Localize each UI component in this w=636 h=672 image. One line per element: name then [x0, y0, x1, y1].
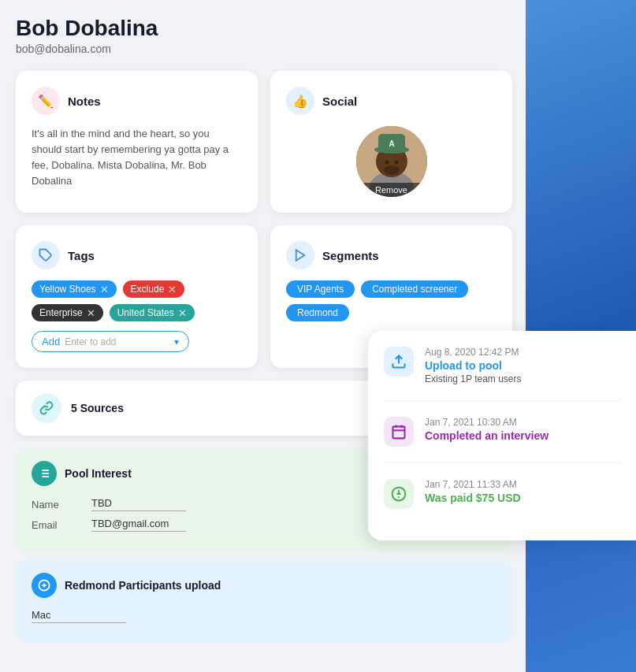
redmond-field: Mac — [32, 609, 497, 623]
sources-icon — [32, 393, 61, 423]
interview-icon — [384, 417, 414, 447]
svg-text:A: A — [389, 139, 394, 148]
activity-item-upload: Aug 8, 2020 12:42 PM Upload to pool Exis… — [384, 347, 620, 384]
sources-count: 5 Sources — [71, 402, 124, 414]
tag-united-states: United States ✕ — [110, 304, 195, 321]
redmond-icon — [32, 573, 57, 598]
svg-point-6 — [385, 161, 389, 165]
redmond-header: Redmond Participants upload — [32, 573, 497, 598]
redmond-section: Redmond Participants upload Mac — [16, 560, 512, 642]
activity-action-upload: Upload to pool — [425, 359, 522, 372]
svg-rect-21 — [393, 426, 405, 438]
redmond-title: Redmond Participants upload — [65, 579, 221, 592]
add-tag-label: Add — [42, 336, 60, 347]
profile-header: Bob Dobalina bob@dobalina.com — [16, 16, 512, 55]
segments-title: Segments — [322, 249, 379, 262]
social-title: Social — [322, 95, 357, 108]
activity-action-interview: Completed an interview — [425, 429, 549, 442]
social-card-header: 👍 Social — [286, 87, 497, 115]
tag-label: United States — [117, 307, 174, 318]
tags-title: Tags — [68, 249, 95, 262]
add-tag-placeholder: Enter to add — [65, 336, 169, 347]
avatar: A Remove — [356, 126, 427, 197]
add-tag-input[interactable]: Add Enter to add ▾ — [32, 331, 189, 352]
svg-point-7 — [394, 161, 398, 165]
social-icon: 👍 — [286, 87, 314, 115]
segments-icon — [286, 241, 314, 269]
activity-content-interview: Jan 7, 2021 10:30 AM Completed an interv… — [425, 417, 549, 444]
pool-title: Pool Interest — [65, 467, 132, 480]
activity-item-interview: Jan 7, 2021 10:30 AM Completed an interv… — [384, 417, 620, 447]
svg-point-8 — [384, 165, 400, 175]
interview-svg-icon — [391, 424, 407, 440]
redmond-field-value: Mac — [32, 609, 126, 623]
segment-vip-agents: VIP Agents — [286, 280, 355, 298]
tag-yellow-shoes: Yellow Shoes ✕ — [32, 280, 117, 298]
segment-redmond: Redmond — [286, 304, 349, 321]
activity-date-paid: Jan 7, 2021 11:33 AM — [425, 479, 521, 490]
upload-icon — [384, 347, 414, 377]
tag-remove-yellow-shoes[interactable]: ✕ — [100, 284, 109, 295]
redmond-svg-icon — [38, 579, 50, 592]
pool-email-value: TBD@gmail.com — [91, 518, 186, 532]
pool-svg-icon — [38, 467, 50, 480]
tag-remove-united-states[interactable]: ✕ — [178, 308, 187, 318]
activity-sub-upload: Existing 1P team users — [425, 373, 522, 384]
paid-svg-icon — [391, 486, 407, 502]
activity-item-paid: Jan 7, 2021 11:33 AM Was paid $75 USD — [384, 479, 620, 509]
activity-content-upload: Aug 8, 2020 12:42 PM Upload to pool Exis… — [425, 347, 522, 384]
chevron-down-icon: ▾ — [174, 336, 179, 347]
notes-title: Notes — [68, 95, 101, 108]
upload-svg-icon — [391, 354, 407, 369]
social-card: 👍 Social — [270, 71, 512, 213]
tag-exclude: Exclude ✕ — [123, 280, 185, 298]
divider-2 — [384, 462, 620, 463]
activity-date-interview: Jan 7, 2021 10:30 AM — [425, 417, 549, 428]
notes-text: It's all in the mind and the heart, so y… — [32, 126, 242, 190]
tag-enterprise: Enterprise ✕ — [32, 304, 103, 321]
tag-svg-icon — [39, 248, 53, 262]
pool-name-label: Name — [32, 499, 79, 510]
profile-name: Bob Dobalina — [16, 16, 512, 41]
activity-panel: Aug 8, 2020 12:42 PM Upload to pool Exis… — [368, 331, 636, 540]
tags-list: Yellow Shoes ✕ Exclude ✕ Enterprise ✕ Un… — [32, 280, 242, 321]
tags-card: Tags Yellow Shoes ✕ Exclude ✕ Enterprise… — [16, 225, 258, 368]
avatar-remove-label[interactable]: Remove — [356, 183, 427, 197]
paid-icon — [384, 479, 414, 509]
tag-label: Enterprise — [39, 307, 83, 318]
top-cards-row: ✏️ Notes It's all in the mind and the he… — [16, 71, 512, 213]
segment-completed-screener: Completed screener — [361, 280, 468, 298]
segments-card-header: Segments — [286, 241, 497, 269]
profile-email: bob@dobalina.com — [16, 43, 512, 55]
tag-label: Exclude — [131, 284, 165, 295]
avatar-wrapper: A Remove — [286, 126, 497, 197]
notes-card-header: ✏️ Notes — [32, 87, 242, 115]
pool-name-value: TBD — [91, 497, 186, 511]
divider-1 — [384, 400, 620, 401]
svg-marker-10 — [296, 250, 305, 261]
segment-svg-icon — [293, 248, 307, 262]
segments-list: VIP Agents Completed screener Redmond — [286, 280, 497, 321]
activity-action-paid: Was paid $75 USD — [425, 492, 521, 504]
sources-svg-icon — [39, 401, 54, 415]
pool-icon — [32, 461, 57, 486]
activity-content-paid: Jan 7, 2021 11:33 AM Was paid $75 USD — [425, 479, 521, 506]
tag-label: Yellow Shoes — [39, 284, 96, 295]
notes-card: ✏️ Notes It's all in the mind and the he… — [16, 71, 258, 213]
tag-remove-exclude[interactable]: ✕ — [168, 284, 177, 295]
tags-card-header: Tags — [32, 241, 242, 269]
notes-icon: ✏️ — [32, 87, 60, 115]
tag-remove-enterprise[interactable]: ✕ — [87, 308, 95, 318]
pool-email-label: Email — [32, 519, 79, 531]
activity-date-upload: Aug 8, 2020 12:42 PM — [425, 347, 522, 358]
tags-icon — [32, 241, 60, 269]
